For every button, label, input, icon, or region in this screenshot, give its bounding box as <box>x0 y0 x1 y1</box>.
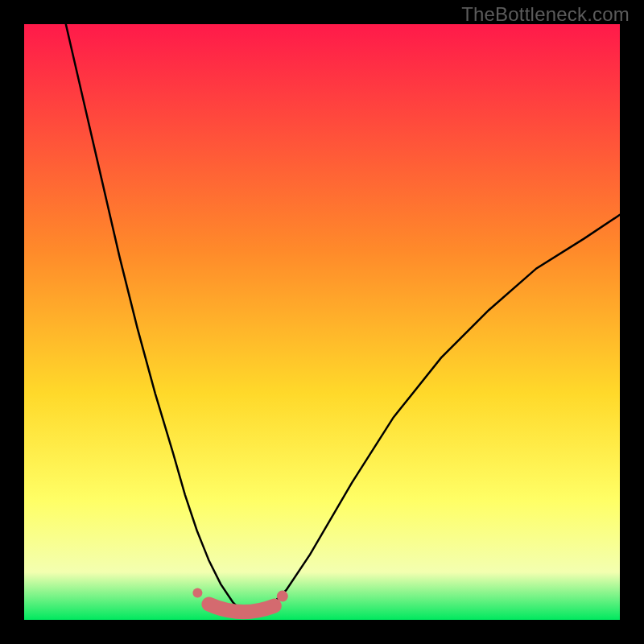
gradient-background <box>24 24 620 620</box>
outer-frame: TheBottleneck.com <box>0 0 644 644</box>
chart-svg <box>24 24 620 620</box>
plot-area <box>24 24 620 620</box>
svg-point-0 <box>192 588 202 598</box>
watermark-text: TheBottleneck.com <box>461 3 630 26</box>
svg-point-1 <box>277 591 288 602</box>
